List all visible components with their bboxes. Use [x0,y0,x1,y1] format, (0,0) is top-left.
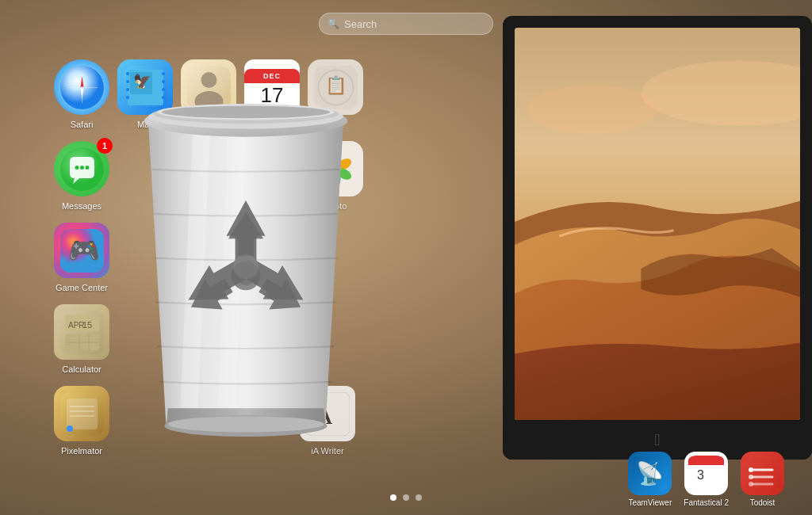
svg-point-76 [527,85,657,134]
svg-point-89 [749,482,753,486]
svg-point-73 [233,254,258,279]
teamviewer-label: TeamViewer [628,498,672,507]
svg-text:3: 3 [697,468,704,482]
page-dots [390,494,422,501]
mac-screen-outer:  [503,16,812,460]
svg-point-24 [75,166,79,170]
svg-point-26 [85,166,89,170]
trash-svg [95,63,396,444]
svg-rect-81 [688,460,724,465]
svg-rect-57 [67,399,98,429]
teamviewer-dock-item[interactable]: 📡 TeamViewer [628,452,672,507]
todoist-icon [741,452,784,495]
todoist-label: Todoist [750,498,776,507]
svg-text:15: 15 [82,320,92,330]
mac-screen-inner [515,28,800,420]
teamviewer-icon: 📡 [628,452,672,495]
svg-text:📡: 📡 [636,460,664,486]
svg-point-61 [67,425,73,432]
dock-icons: 📡 TeamViewer 3 Fantastical 2 [628,452,784,507]
search-bar[interactable]: 🔍 Search [319,13,493,35]
page-dot-2[interactable] [403,494,409,501]
fantastical-label: Fantastical 2 [684,498,729,507]
page-dot-3[interactable] [416,494,422,501]
fantastical-dock-item[interactable]: 3 Fantastical 2 [684,452,729,507]
svg-point-68 [162,106,330,119]
search-icon: 🔍 [327,18,339,29]
fantastical-icon: 3 [684,452,728,495]
todoist-dock-item[interactable]: Todoist [741,452,784,507]
svg-point-87 [749,475,753,479]
safari-label: Safari [71,120,94,129]
page-dot-1[interactable] [390,494,396,501]
svg-point-85 [749,467,753,472]
apple-logo-icon:  [654,431,660,449]
trash-bin [95,63,396,452]
svg-point-25 [80,166,84,170]
svg-point-70 [168,416,324,432]
search-placeholder: Search [344,18,377,30]
mac-computer:  [479,0,812,515]
